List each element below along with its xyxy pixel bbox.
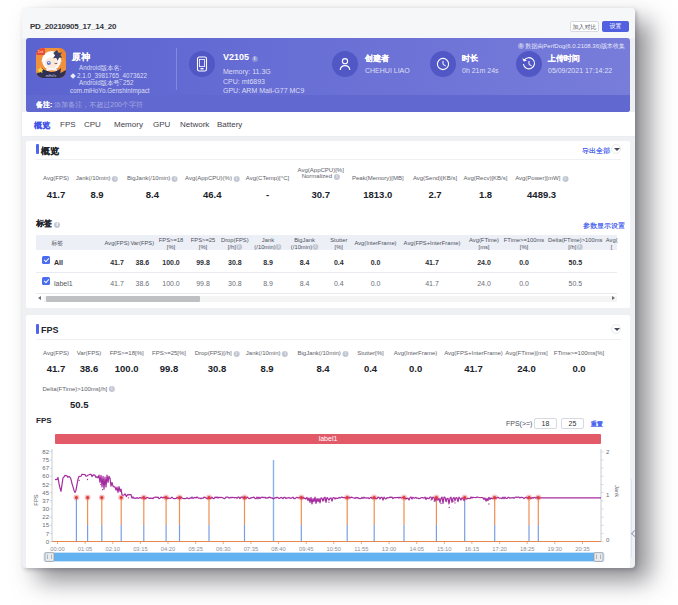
svg-text:7: 7 bbox=[46, 531, 50, 537]
svg-text:Jank: Jank bbox=[614, 485, 620, 497]
svg-text:05:25: 05:25 bbox=[188, 546, 203, 552]
svg-text:60: 60 bbox=[42, 473, 49, 479]
svg-text:20:35: 20:35 bbox=[575, 546, 590, 552]
svg-text:15: 15 bbox=[42, 522, 49, 528]
svg-text:15:10: 15:10 bbox=[437, 546, 452, 552]
svg-text:18:25: 18:25 bbox=[520, 546, 535, 552]
svg-text:02:10: 02:10 bbox=[106, 546, 121, 552]
svg-text:11:55: 11:55 bbox=[354, 546, 368, 552]
svg-text:75: 75 bbox=[42, 457, 49, 463]
svg-text:19:30: 19:30 bbox=[548, 546, 563, 552]
svg-text:37: 37 bbox=[42, 498, 49, 504]
svg-text:30: 30 bbox=[42, 506, 49, 512]
svg-text:10:50: 10:50 bbox=[327, 546, 342, 552]
svg-text:82: 82 bbox=[42, 449, 49, 455]
svg-text:45: 45 bbox=[42, 490, 49, 496]
svg-text:FPS: FPS bbox=[33, 494, 39, 505]
svg-text:17:20: 17:20 bbox=[492, 546, 507, 552]
svg-text:miHoYo: miHoYo bbox=[46, 74, 57, 78]
svg-text:03:15: 03:15 bbox=[133, 546, 148, 552]
svg-text:06:30: 06:30 bbox=[216, 546, 231, 552]
svg-text:08:40: 08:40 bbox=[271, 546, 286, 552]
svg-text:16:15: 16:15 bbox=[465, 546, 480, 552]
svg-text:52: 52 bbox=[42, 482, 49, 488]
svg-text:0: 0 bbox=[606, 537, 610, 543]
svg-text:00:00: 00:00 bbox=[50, 546, 65, 552]
svg-text:04:20: 04:20 bbox=[161, 546, 176, 552]
svg-text:1: 1 bbox=[606, 492, 610, 498]
svg-text:09:45: 09:45 bbox=[299, 546, 314, 552]
svg-text:07:35: 07:35 bbox=[244, 546, 259, 552]
svg-text:2: 2 bbox=[606, 449, 610, 455]
svg-text:22: 22 bbox=[42, 514, 49, 520]
svg-text:13:00: 13:00 bbox=[382, 546, 397, 552]
svg-text:1st: 1st bbox=[38, 49, 44, 54]
svg-text:01:05: 01:05 bbox=[78, 546, 93, 552]
svg-text:14:05: 14:05 bbox=[409, 546, 424, 552]
svg-text:0: 0 bbox=[46, 539, 50, 545]
svg-text:67: 67 bbox=[42, 465, 49, 471]
